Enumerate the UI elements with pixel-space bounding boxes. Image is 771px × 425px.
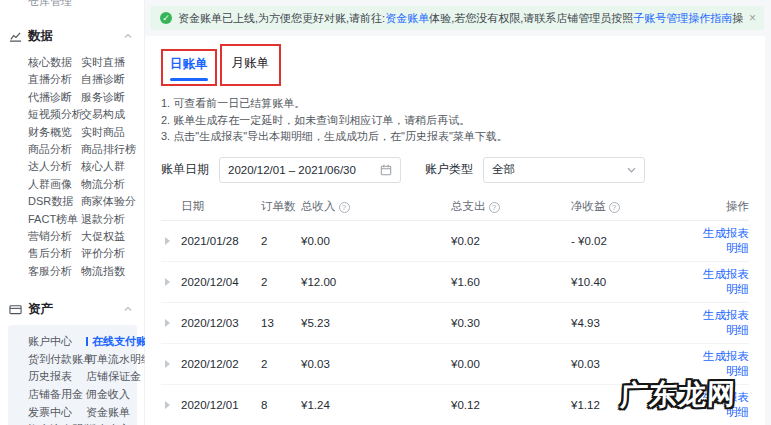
bill-table: 日期 订单数 总收入? 总支出? 净收益? 操作 2021/01/28 2 ¥0… — [161, 193, 749, 425]
generate-report-link[interactable]: 生成报表 — [691, 390, 749, 405]
sidebar-item[interactable]: 发票中心 — [28, 404, 86, 422]
sidebar-item[interactable]: 核心数据 — [28, 54, 81, 71]
active-indicator — [86, 337, 88, 346]
cell-net: ¥10.40 — [571, 276, 691, 288]
tab-daily-bill[interactable]: 日账单 — [170, 56, 208, 73]
sidebar-item[interactable]: 直播分析 — [28, 71, 81, 88]
sidebar-item[interactable]: 核心人群 — [81, 158, 144, 175]
detail-link[interactable]: 明细 — [691, 323, 749, 338]
help-icon[interactable]: ? — [339, 202, 350, 213]
sidebar-item[interactable]: 大促权益 — [81, 228, 144, 245]
account-type-select[interactable]: 全部 — [483, 157, 645, 183]
generate-report-link[interactable]: 生成报表 — [691, 308, 749, 323]
sidebar-item[interactable]: DSR数据 — [28, 193, 81, 210]
tab-monthly-bill[interactable]: 月账单 — [232, 55, 270, 72]
date-range-label: 账单日期 — [161, 161, 209, 178]
sidebar-item[interactable]: 商品分析 — [28, 141, 81, 158]
help-icon[interactable]: ? — [489, 202, 500, 213]
chevron-up-icon[interactable] — [124, 306, 132, 312]
cell-income: ¥0.00 — [301, 235, 451, 247]
sidebar-item[interactable]: 财务概览 — [28, 124, 81, 141]
expand-row-icon[interactable] — [165, 319, 170, 327]
sidebar-item[interactable]: 客服分析 — [28, 263, 81, 280]
sidebar-item[interactable]: 退款分析 — [81, 211, 144, 228]
filter-bar: 账单日期 2020/12/01 – 2021/06/30 账户类型 全部 — [161, 157, 749, 183]
cell-orders: 2 — [261, 235, 301, 247]
sidebar-item[interactable]: 服务诊断 — [81, 89, 144, 106]
sidebar-item-warehouse[interactable]: 仓库管理 — [0, 0, 144, 7]
generate-report-link[interactable]: 生成报表 — [691, 267, 749, 282]
generate-report-link[interactable]: 生成报表 — [691, 226, 749, 241]
note-line: 3. 点击"生成报表"导出本期明细，生成成功后，在"历史报表"菜单下载。 — [161, 128, 749, 145]
sidebar-item[interactable]: 交易构成 — [81, 106, 144, 123]
table-row: 2020/12/01 8 ¥1.24 ¥0.12 ¥1.12 生成报表明细 — [161, 385, 749, 425]
sidebar-item[interactable]: 营销分析 — [28, 228, 81, 245]
col-net: 净收益? — [571, 199, 691, 214]
generate-report-link[interactable]: 生成报表 — [691, 349, 749, 364]
sidebar-item[interactable]: 自播诊断 — [81, 71, 144, 88]
cell-income: ¥0.03 — [301, 358, 451, 370]
sidebar-item[interactable]: 代播诊断 — [28, 89, 81, 106]
active-tab-underline — [170, 78, 208, 81]
chevron-down-icon — [627, 167, 636, 173]
detail-link[interactable]: 明细 — [691, 364, 749, 379]
sidebar-item[interactable]: 物流指数 — [81, 263, 144, 280]
sidebar-item[interactable]: 实时直播 — [81, 54, 144, 71]
sidebar-item[interactable]: 商家体验分 — [81, 193, 144, 210]
sidebar-item[interactable]: 账户中心 — [28, 333, 86, 351]
sidebar-item[interactable]: 店铺备用金 — [28, 386, 86, 404]
col-action: 操作 — [691, 199, 749, 214]
sidebar-item[interactable]: 资金流水明细 — [28, 421, 86, 425]
bill-notes: 1. 可查看前一日已结算账单。 2. 账单生成存在一定延时，如未查询到相应订单，… — [161, 95, 749, 145]
expand-row-icon[interactable] — [165, 278, 170, 286]
note-line: 2. 账单生成存在一定延时，如未查询到相应订单，请稍后再试。 — [161, 112, 749, 129]
cell-orders: 8 — [261, 399, 301, 411]
sidebar-item[interactable]: 实时商品 — [81, 124, 144, 141]
sidebar-item[interactable]: 人群画像 — [28, 176, 81, 193]
cell-date: 2021/01/28 — [181, 235, 261, 247]
expand-row-icon[interactable] — [165, 237, 170, 245]
sidebar-item[interactable]: FACT榜单 — [28, 211, 81, 228]
col-income: 总收入? — [301, 199, 451, 214]
col-expense: 总支出? — [451, 199, 571, 214]
notice-banner: ✓ 资金账单已上线,为方便您更好对账,请前往:资金账单体验,若您没有权限,请联系… — [150, 6, 764, 30]
detail-link[interactable]: 明细 — [691, 405, 749, 420]
calendar-icon — [380, 164, 392, 176]
table-row: 2020/12/02 2 ¥0.03 ¥0.00 ¥0.03 生成报表明细 — [161, 344, 749, 385]
detail-link[interactable]: 明细 — [691, 282, 749, 297]
close-icon[interactable]: × — [743, 11, 756, 25]
cell-orders: 13 — [261, 317, 301, 329]
sidebar-item[interactable]: 售后分析 — [28, 245, 81, 262]
cell-expense: ¥0.30 — [451, 317, 571, 329]
sidebar-data-items: 核心数据实时直播 直播分析自播诊断 代播诊断服务诊断 短视频分析交易构成 财务概… — [28, 54, 144, 280]
sidebar-item[interactable]: 历史报表 — [28, 368, 86, 386]
expand-row-icon[interactable] — [165, 401, 170, 409]
expand-row-icon[interactable] — [165, 360, 170, 368]
table-row: 2021/01/28 2 ¥0.00 ¥0.02 - ¥0.02 生成报表明细 — [161, 221, 749, 262]
subaccount-guide-link[interactable]: 子账号管理操作指南 — [633, 12, 732, 24]
sidebar-item[interactable]: 评价分析 — [81, 245, 144, 262]
sidebar-item[interactable]: 货到付款账单 — [28, 351, 86, 369]
sidebar-item[interactable]: 商品排行榜 — [81, 141, 144, 158]
note-line: 1. 可查看前一日已结算账单。 — [161, 95, 749, 112]
bill-panel: 日账单 月账单 1. 可查看前一日已结算账单。 2. 账单生成存在一定延时，如未… — [145, 36, 765, 425]
col-orders: 订单数 — [261, 199, 301, 214]
cell-date: 2020/12/01 — [181, 399, 261, 411]
cell-income: ¥12.00 — [301, 276, 451, 288]
table-row: 2020/12/03 13 ¥5.23 ¥0.30 ¥4.93 生成报表明细 — [161, 303, 749, 344]
card-icon — [9, 303, 22, 316]
date-range-input[interactable]: 2020/12/01 – 2021/06/30 — [219, 157, 401, 183]
sidebar-item[interactable]: 短视频分析 — [28, 106, 81, 123]
cell-date: 2020/12/03 — [181, 317, 261, 329]
sidebar-section-assets[interactable]: 资产 — [0, 300, 144, 318]
detail-link[interactable]: 明细 — [691, 241, 749, 256]
sidebar-assets-items: 账户中心 在线支付账单 货到付款账单订单流水明细 历史报表店铺保证金 店铺备用金… — [8, 325, 137, 425]
cell-expense: ¥0.00 — [451, 358, 571, 370]
sidebar-section-data[interactable]: 数据 — [0, 27, 144, 45]
sidebar-item[interactable]: 达人分析 — [28, 158, 81, 175]
fund-bill-link[interactable]: 资金账单 — [385, 12, 429, 24]
cell-expense: ¥1.60 — [451, 276, 571, 288]
sidebar-item[interactable]: 物流分析 — [81, 176, 144, 193]
chevron-up-icon[interactable] — [124, 33, 132, 39]
help-icon[interactable]: ? — [609, 202, 620, 213]
